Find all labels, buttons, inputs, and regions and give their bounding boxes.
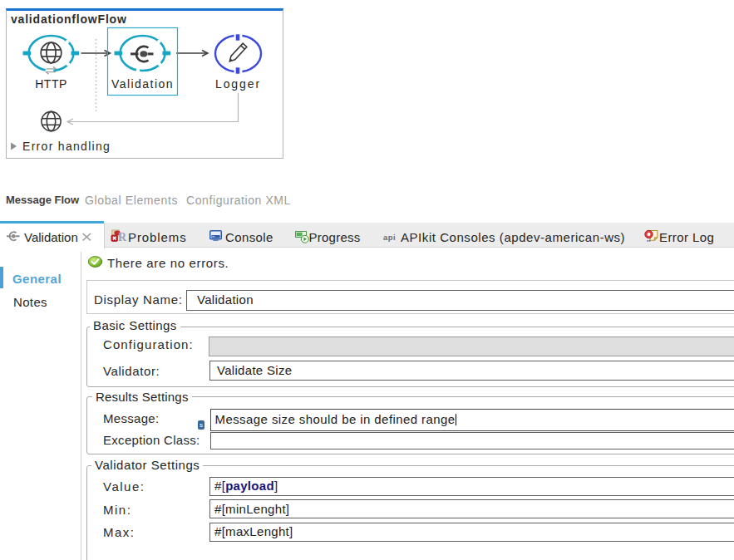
svg-text:Error handling: Error handling: [22, 140, 111, 153]
svg-text:Validation: Validation: [111, 77, 174, 91]
svg-text:Logger: Logger: [215, 77, 261, 91]
svg-text:HTTP: HTTP: [35, 77, 67, 91]
svg-text:validationflowFlow: validationflowFlow: [11, 12, 127, 26]
svg-text:R: R: [118, 231, 127, 243]
